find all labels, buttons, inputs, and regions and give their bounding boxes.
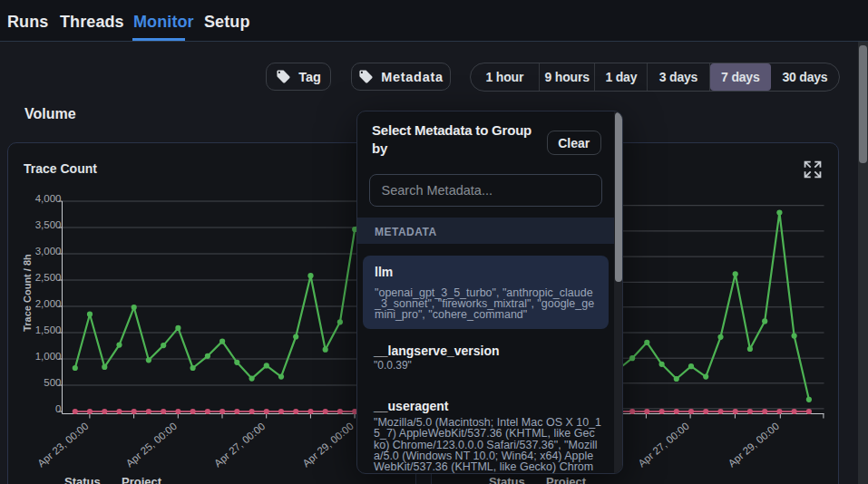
svg-text:1,000: 1,000: [35, 351, 62, 362]
svg-text:1,500: 1,500: [35, 324, 62, 335]
svg-text:2,500: 2,500: [35, 272, 62, 283]
svg-text:Apr 27, 00:00: Apr 27, 00:00: [212, 421, 268, 469]
svg-text:500: 500: [44, 377, 61, 388]
svg-text:3,500: 3,500: [35, 219, 62, 230]
svg-text:Apr 29, 00:00: Apr 29, 00:00: [300, 421, 356, 469]
svg-text:Trace Count / 8h: Trace Count / 8h: [22, 254, 33, 332]
svg-text:0: 0: [55, 403, 61, 414]
svg-text:Apr 23, 00:00: Apr 23, 00:00: [35, 421, 91, 469]
svg-text:Apr 27, 00:00: Apr 27, 00:00: [636, 421, 691, 469]
svg-text:2,000: 2,000: [35, 298, 62, 309]
svg-text:Apr 29, 00:00: Apr 29, 00:00: [726, 421, 781, 469]
svg-text:4,000: 4,000: [35, 193, 62, 204]
svg-text:Apr 25, 00:00: Apr 25, 00:00: [123, 421, 179, 469]
svg-text:3,000: 3,000: [35, 246, 62, 257]
